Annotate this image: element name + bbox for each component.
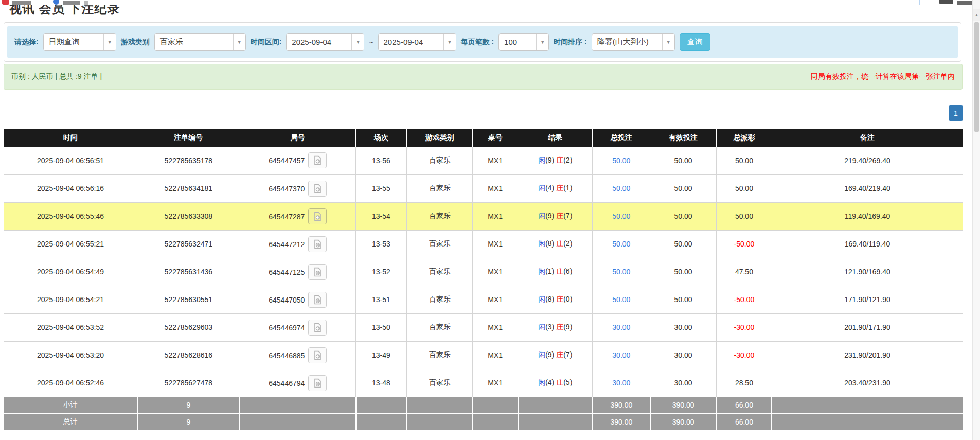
bookmark-label-fragment[interactable]	[12, 1, 31, 5]
video-replay-button[interactable]	[308, 292, 327, 308]
video-replay-button[interactable]	[308, 347, 327, 363]
video-replay-button[interactable]	[308, 320, 327, 336]
cell-result: 闲(3) 庄(9)	[518, 313, 593, 341]
records-table-container: 时间注单编号局号场次游戏类别桌号结果总投注有效投注总派彩备注 2025-09-0…	[4, 129, 963, 430]
cell-bet-id: 522785631436	[137, 258, 240, 286]
video-replay-button[interactable]	[308, 236, 327, 252]
cell-game: 百家乐	[406, 341, 473, 369]
video-replay-button[interactable]	[308, 181, 327, 197]
video-replay-button[interactable]	[308, 264, 327, 280]
game-category-select[interactable]: 百家乐 ▼	[154, 33, 246, 51]
total-bet-link[interactable]: 50.00	[612, 295, 630, 304]
cell-session: 13-49	[356, 341, 407, 369]
column-header: 备注	[772, 129, 963, 147]
all-bookmarks-folder-icon[interactable]	[939, 0, 953, 4]
cell-game: 百家乐	[406, 313, 473, 341]
cell-payout: 28.50	[716, 369, 772, 397]
video-document-icon	[313, 239, 323, 249]
chevron-down-icon: ▼	[103, 34, 116, 50]
total-bet-link[interactable]: 50.00	[612, 184, 630, 192]
cell-session: 13-53	[356, 230, 407, 258]
cell-game: 百家乐	[406, 258, 473, 286]
cell-game: 百家乐	[406, 174, 473, 202]
cell-valid-bet: 50.00	[650, 174, 717, 202]
video-replay-button[interactable]	[308, 152, 327, 168]
cell-table-no: MX1	[473, 313, 518, 341]
betting-records-page: 视讯 会员 下注纪录 请选择: 日期查询 ▼ 游戏类别 百家乐 ▼ 时间区间: …	[0, 0, 980, 440]
page-title: 视讯 会员 下注纪录	[9, 5, 120, 17]
cell-valid-bet: 30.00	[650, 369, 717, 397]
cell-remark: 171.90/121.90	[772, 286, 963, 313]
cell-table-no: MX1	[473, 258, 518, 286]
cell-round: 645446794	[240, 369, 356, 397]
column-header: 注单编号	[137, 129, 240, 147]
cell-remark: 119.40/169.40	[772, 202, 963, 230]
cell-table-no: MX1	[473, 230, 518, 258]
subtotal-label: 小计	[4, 397, 137, 413]
cell-session: 13-52	[356, 258, 407, 286]
date-from-select[interactable]: 2025-09-04 ▼	[286, 33, 364, 51]
subtotal-payout: 66.00	[716, 397, 772, 413]
total-bet-link[interactable]: 30.00	[612, 379, 630, 387]
page-size-select[interactable]: 100 ▼	[498, 33, 549, 51]
total-bet-link[interactable]: 50.00	[612, 268, 630, 276]
cell-game: 百家乐	[406, 147, 473, 174]
query-type-select[interactable]: 日期查询 ▼	[43, 33, 116, 51]
total-bet-link[interactable]: 30.00	[612, 323, 630, 331]
bookmark-favicon-red-icon[interactable]	[2, 0, 9, 5]
query-type-label: 请选择:	[14, 38, 39, 47]
chevron-down-icon: ▼	[662, 34, 674, 50]
cell-time: 2025-09-04 06:53:20	[4, 341, 137, 369]
cell-time: 2025-09-04 06:56:51	[4, 147, 137, 174]
subtotal-count: 9	[137, 397, 240, 413]
table-row: 2025-09-04 06:55:21 522785632471 6454472…	[4, 230, 963, 258]
column-header: 桌号	[473, 129, 518, 147]
cell-round: 645447457	[240, 147, 356, 174]
cell-result: 闲(8) 庄(0)	[518, 286, 593, 313]
chevron-down-icon: ▼	[443, 34, 456, 50]
table-row: 2025-09-04 06:54:21 522785630551 6454470…	[4, 286, 963, 313]
total-bet-link[interactable]: 30.00	[612, 351, 630, 359]
column-header: 总投注	[593, 129, 650, 147]
chevron-down-icon: ▼	[233, 34, 245, 50]
cell-remark: 121.90/169.40	[772, 258, 963, 286]
browser-bookmarks-bar	[0, 0, 980, 5]
scrollbar-thumb[interactable]	[974, 22, 979, 132]
search-button[interactable]: 查询	[680, 33, 710, 51]
column-header: 结果	[518, 129, 593, 147]
cell-total-bet: 30.00	[593, 313, 650, 341]
bookmark-chevron-icon[interactable]	[84, 1, 88, 5]
records-table: 时间注单编号局号场次游戏类别桌号结果总投注有效投注总派彩备注 2025-09-0…	[4, 129, 963, 430]
cell-bet-id: 522785633308	[137, 202, 240, 230]
bookmark-favicon-blue-icon[interactable]	[53, 0, 59, 5]
cell-time: 2025-09-04 06:56:16	[4, 174, 137, 202]
scrollbar-up-icon[interactable]: ▲	[973, 9, 980, 21]
vertical-scrollbar[interactable]: ▲	[972, 0, 980, 440]
cell-time: 2025-09-04 06:55:46	[4, 202, 137, 230]
column-header: 总派彩	[716, 129, 772, 147]
total-bet-link[interactable]: 50.00	[612, 212, 630, 220]
cell-result: 闲(9) 庄(7)	[518, 341, 593, 369]
date-to-select[interactable]: 2025-09-04 ▼	[378, 33, 456, 51]
bookmark-label-fragment[interactable]	[63, 1, 80, 5]
video-replay-button[interactable]	[308, 208, 327, 224]
subtotal-valid-bet: 390.00	[650, 397, 717, 413]
cell-time: 2025-09-04 06:54:49	[4, 258, 137, 286]
cell-bet-id: 522785634181	[137, 174, 240, 202]
cell-round: 645446974	[240, 313, 356, 341]
video-document-icon	[313, 295, 323, 305]
time-sort-select[interactable]: 降幂(由大到小) ▼	[592, 33, 675, 51]
total-bet-link[interactable]: 50.00	[612, 156, 630, 165]
cell-table-no: MX1	[473, 147, 518, 174]
video-replay-button[interactable]	[308, 375, 327, 391]
cell-valid-bet: 50.00	[650, 147, 717, 174]
page-1-button[interactable]: 1	[949, 105, 963, 121]
cell-valid-bet: 50.00	[650, 202, 717, 230]
video-document-icon	[313, 155, 323, 165]
video-document-icon	[313, 350, 323, 360]
filter-bar: 请选择: 日期查询 ▼ 游戏类别 百家乐 ▼ 时间区间: 2025-09-04 …	[7, 26, 958, 58]
cell-table-no: MX1	[473, 286, 518, 313]
total-bet-link[interactable]: 50.00	[612, 240, 630, 248]
cell-session: 13-48	[356, 369, 407, 397]
grand-total-payout: 66.00	[716, 413, 772, 430]
